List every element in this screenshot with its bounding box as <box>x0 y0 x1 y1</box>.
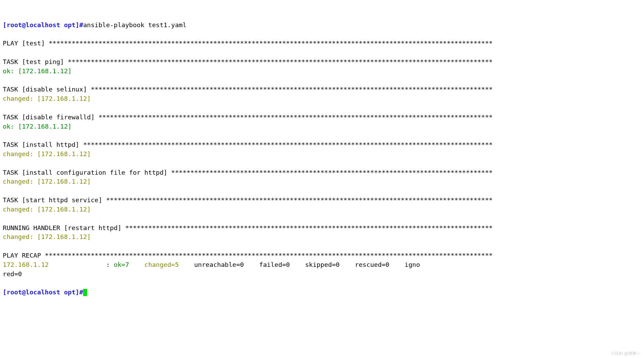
task-header: TASK [disable selinux] *****************… <box>3 86 493 93</box>
play-header: PLAY [test] ****************************… <box>3 40 493 47</box>
task-label: TASK [install httpd] <box>3 141 83 148</box>
task-header: TASK [install configuration file for htt… <box>3 169 493 176</box>
task-status: ok: [172.168.1.12] <box>3 67 71 75</box>
header-stars: ****************************************… <box>106 196 493 204</box>
task-header: RUNNING HANDLER [restart httpd] ********… <box>3 224 493 231</box>
header-stars: ****************************************… <box>171 169 493 176</box>
header-stars: ****************************************… <box>49 40 493 47</box>
task-label: TASK [install configuration file for htt… <box>3 169 171 176</box>
task-status: ok: [172.168.1.12] <box>3 123 71 130</box>
recap-rest: unreachable=0 failed=0 skipped=0 rescued… <box>194 261 420 268</box>
recap-changed: changed=5 <box>144 261 179 268</box>
task-label: TASK [disable firewalld] <box>3 113 98 121</box>
header-stars: ****************************************… <box>83 141 493 148</box>
task-header: TASK [install httpd] *******************… <box>3 141 493 148</box>
recap-label: PLAY RECAP <box>3 252 45 259</box>
task-status: changed: [172.168.1.12] <box>3 178 91 185</box>
recap-header: PLAY RECAP *****************************… <box>3 252 493 259</box>
command-text: ansible-playbook test1.yaml <box>83 21 187 29</box>
header-stars: ****************************************… <box>91 86 492 93</box>
task-label: TASK [disable selinux] <box>3 86 91 93</box>
terminal-output[interactable]: [root@localhost opt]#ansible-playbook te… <box>3 21 641 297</box>
recap-row: 172.168.1.12 : ok=7 changed=5 unreachabl… <box>3 261 420 268</box>
shell-prompt: [root@localhost opt]# <box>3 21 83 29</box>
task-status: changed: [172.168.1.12] <box>3 206 91 213</box>
task-status: changed: [172.168.1.12] <box>3 95 91 102</box>
recap-wrap: red=0 <box>3 270 22 278</box>
task-header: TASK [test ping] ***********************… <box>3 58 493 65</box>
shell-prompt: [root@localhost opt]# <box>3 289 83 296</box>
header-stars: ****************************************… <box>45 252 493 259</box>
task-label: TASK [start httpd service] <box>3 196 106 204</box>
cursor-icon <box>83 289 87 296</box>
prompt-line: [root@localhost opt]#ansible-playbook te… <box>3 21 187 29</box>
colon: : <box>106 261 114 268</box>
task-status: changed: [172.168.1.12] <box>3 150 91 158</box>
task-label: RUNNING HANDLER [restart httpd] <box>3 224 125 231</box>
recap-ok: ok=7 <box>114 261 129 268</box>
pad <box>129 261 145 268</box>
play-label: PLAY [test] <box>3 40 49 47</box>
header-stars: ****************************************… <box>98 113 492 121</box>
task-status: changed: [172.168.1.12] <box>3 233 91 240</box>
pad <box>49 261 106 268</box>
header-stars: ****************************************… <box>125 224 492 231</box>
task-header: TASK [start httpd service] *************… <box>3 196 493 204</box>
recap-host: 172.168.1.12 <box>3 261 49 268</box>
task-header: TASK [disable firewalld] ***************… <box>3 113 493 121</box>
header-stars: ****************************************… <box>68 58 492 65</box>
task-label: TASK [test ping] <box>3 58 68 65</box>
pad <box>179 261 194 268</box>
prompt-line[interactable]: [root@localhost opt]# <box>3 289 87 296</box>
